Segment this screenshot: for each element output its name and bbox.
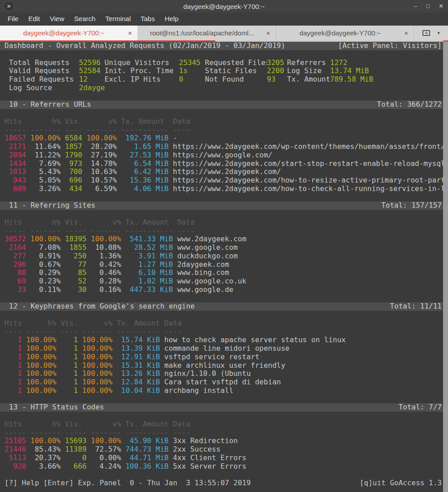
menu-file[interactable]: File	[3, 13, 23, 25]
summary-label: Log Size	[287, 67, 330, 75]
menu-view[interactable]: View	[45, 13, 69, 25]
hits-percent-cell: 11.22%	[30, 151, 61, 160]
tab-2-close-icon[interactable]: ×	[263, 29, 273, 37]
menu-terminal[interactable]: Terminal	[100, 13, 136, 25]
table-row: 10135.43%70010.63%6.42 MiBhttps://www.2d…	[0, 168, 448, 176]
data-cell: duckduckgo.com	[177, 252, 238, 261]
visitors-cell: 973	[65, 160, 83, 168]
summary-label: Static Files	[205, 67, 267, 75]
column-header: Vis.	[61, 319, 78, 328]
visitors-percent-cell: 100.00%	[82, 344, 112, 353]
blank-line	[0, 470, 448, 479]
data-cell: https://www.2daygeek.com/	[173, 168, 281, 176]
close-icon[interactable]: ✕	[439, 0, 444, 13]
summary-value: 2daygeek.com	[79, 84, 104, 92]
data-cell: https://www.2daygeek.com/start-stop-rest…	[173, 160, 448, 168]
table-header-row: Hitsh%Vis.v%Tx. AmountData	[0, 420, 448, 429]
table-row: 6093.26%4346.59%4.06 MiBhttps://www.2day…	[0, 185, 448, 193]
column-header: Data	[173, 420, 191, 429]
hits-percent-cell: 85.43%	[30, 445, 61, 454]
data-cell: 4xx Client Errors	[173, 454, 247, 462]
visitors-cell: 1	[61, 353, 78, 361]
dashboard-header-bar: Dashboard - Overall Analyzed Requests (0…	[0, 42, 448, 50]
table-dash-row: ---------------------------------------	[0, 227, 448, 235]
terminal-screen: Dashboard - Overall Analyzed Requests (0…	[0, 42, 448, 492]
visitors-cell: 1857	[65, 143, 83, 151]
summary-value: 25345	[179, 59, 205, 67]
column-underline: -------	[30, 429, 61, 437]
column-header: Tx. Amount	[117, 319, 160, 328]
tx-amount-cell: 6.42 MiB	[121, 168, 169, 176]
summary-label: Valid Requests	[9, 67, 79, 75]
hits-percent-cell: 100.00%	[26, 344, 56, 353]
hits-percent-cell: 100.00%	[26, 378, 56, 387]
hits-percent-cell: 100.00%	[26, 353, 56, 361]
tab-3-close-icon[interactable]: ×	[401, 29, 411, 37]
scrollbar[interactable]	[443, 42, 448, 492]
data-cell: www.google.co.uk	[177, 277, 246, 286]
hits-cell: 25105	[4, 437, 26, 445]
table-row: 2060.67%770.42%1.27 MiB2daygeek.com	[0, 261, 448, 269]
visitors-percent-cell: 10.63%	[87, 168, 117, 176]
visitors-percent-cell: 100.00%	[82, 370, 112, 378]
panel-total: Total: 157/157	[381, 201, 442, 210]
visitors-cell: 1	[61, 361, 78, 370]
summary-row: Failed Requests12Excl. IP Hits0Not Found…	[0, 75, 448, 84]
hits-cell: 69	[4, 277, 26, 286]
column-header: Data	[164, 319, 182, 328]
maximize-icon[interactable]: □	[426, 0, 430, 13]
data-cell: https://www.2daygeek.com/how-to-resize-a…	[173, 176, 448, 185]
visitors-cell: 1	[61, 387, 78, 395]
tab-1-close-icon[interactable]: ×	[125, 29, 135, 37]
hits-percent-cell: 100.00%	[30, 235, 61, 244]
panel-title: 13 - HTTP Status Codes	[4, 403, 104, 412]
table-row: 217111.64%185728.20%1.65 MiBhttps://www.…	[0, 143, 448, 151]
column-header: Hits	[4, 218, 26, 227]
tx-amount-cell: 13.39 KiB	[117, 344, 160, 353]
summary-label: Failed Requests	[9, 75, 79, 84]
tab-1[interactable]: daygeek@daygeek-Y700:~ ×	[0, 26, 138, 40]
tab-list-chevron-down-icon[interactable]: ▾	[437, 30, 440, 36]
table-row: 330.11%300.16%447.33 KiBwww.google.de	[0, 286, 448, 294]
table-header-row: Hitsh%Vis.v%Tx. AmountData	[0, 118, 448, 126]
menu-tabs[interactable]: Tabs	[136, 13, 160, 25]
visitors-cell: 85	[65, 269, 87, 277]
table-row: 21647.08%185510.08%28.52 MiBwww.google.c…	[0, 244, 448, 252]
menu-edit[interactable]: Edit	[23, 13, 45, 25]
column-underline: -------	[30, 227, 61, 235]
column-header: v%	[91, 218, 121, 227]
menu-help[interactable]: Help	[160, 13, 183, 25]
panel-header-bar: 11 - Referring SitesTotal: 157/157	[0, 201, 448, 210]
visitors-percent-cell: 0.00%	[91, 454, 121, 462]
data-cell: www.2daygeek.com	[177, 235, 246, 244]
hits-cell: 1	[4, 378, 22, 387]
hits-percent-cell: 3.26%	[30, 185, 61, 193]
table-row: 1100.00%1100.00%13.26 KiBnginx/1.10.0 (U…	[0, 370, 448, 378]
hits-cell: 2171	[4, 143, 26, 151]
visitors-cell: 1855	[65, 244, 87, 252]
menu-search[interactable]: Search	[69, 13, 100, 25]
visitors-cell: 18395	[65, 235, 87, 244]
column-header: Vis.	[65, 118, 83, 126]
tab-2[interactable]: root@ns1:/usr/local/apache/doml... ×	[138, 26, 276, 40]
hits-percent-cell: 0.29%	[30, 269, 61, 277]
table-row: 1100.00%1100.00%10.04 KiBarchbang instal…	[0, 387, 448, 395]
visitors-cell: 6584	[65, 134, 83, 143]
column-header: Data	[173, 118, 191, 126]
visitors-cell: 666	[65, 462, 87, 471]
summary-value: 12	[79, 75, 104, 84]
visitors-percent-cell: 4.24%	[91, 462, 121, 471]
visitors-percent-cell: 100.00%	[82, 336, 112, 344]
table-row: 1100.00%1100.00%12.84 KiBCara start vsft…	[0, 378, 448, 387]
data-cell: https://www.2daygeek.com/wp-content/them…	[173, 143, 448, 151]
minimize-icon[interactable]: –	[414, 0, 417, 13]
visitors-percent-cell: 1.36%	[91, 252, 121, 261]
terminal-window: > daygeek@daygeek-Y700:~ – □ ✕ File Edit…	[0, 0, 448, 492]
tab-bar: daygeek@daygeek-Y700:~ × root@ns1:/usr/l…	[0, 26, 448, 40]
panel-total: Total: 7/7	[399, 403, 442, 412]
new-tab-icon[interactable]: +	[422, 30, 430, 36]
column-header: Data	[177, 218, 195, 227]
tab-3[interactable]: daygeek@daygeek-Y700:~ ×	[276, 26, 414, 40]
tx-amount-cell: 10.04 KiB	[117, 387, 160, 395]
table-row: 1100.00%1100.00%13.39 KiBcommande line m…	[0, 344, 448, 353]
